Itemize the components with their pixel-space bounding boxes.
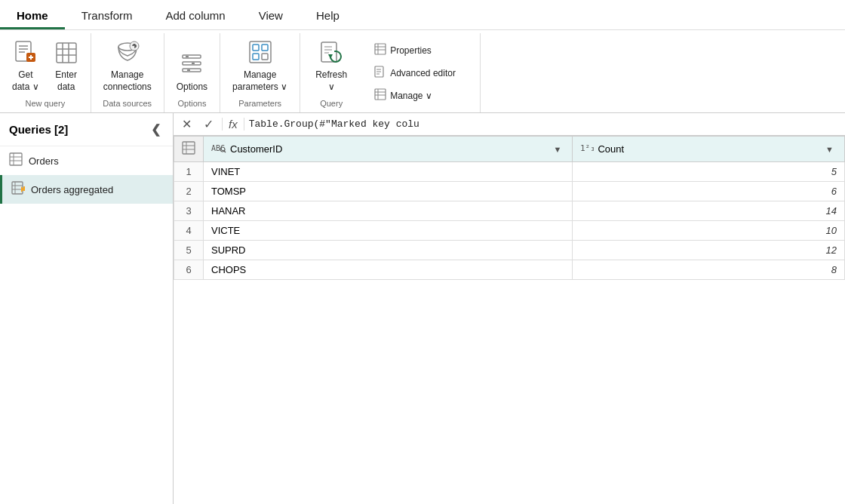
table-row: 1 VINET 5 [174, 162, 845, 182]
tab-home[interactable]: Home [0, 2, 65, 29]
svg-rect-19 [186, 56, 189, 57]
cell-count: 6 [573, 182, 845, 201]
ribbon-group-new-query: Getdata ∨ Enterdata New query [0, 33, 91, 112]
main-area: Queries [2] ❮ Orders [0, 113, 845, 504]
table-row: 5 SUPRD 12 [174, 241, 845, 260]
tab-add-column[interactable]: Add column [149, 2, 241, 29]
enter-data-icon [54, 41, 78, 68]
svg-rect-16 [183, 55, 201, 58]
manage-button[interactable]: Manage ∨ [368, 86, 462, 106]
ribbon-group-parameters-label: Parameters [226, 96, 293, 109]
get-data-icon [13, 39, 38, 68]
ribbon-group-options-items: Options [171, 36, 214, 96]
column-header-count-inner: 1²₃ Count ▼ [580, 143, 837, 155]
sidebar-item-orders-aggregated[interactable]: Orders aggregated [0, 175, 173, 204]
row-index: 4 [174, 221, 204, 241]
ribbon-group-query-label: Query [320, 96, 343, 109]
table-row: 3 HANAR 14 [174, 201, 845, 221]
cell-customerid: SUPRD [204, 241, 573, 260]
formula-fx-label: fx [222, 118, 244, 131]
properties-label: Properties [390, 45, 432, 56]
refresh-label: Refresh∨ [315, 69, 347, 93]
svg-rect-25 [253, 54, 259, 60]
orders-aggregated-icon [11, 181, 25, 198]
formula-content: Table.Group(#"Marked key colu [249, 118, 840, 130]
svg-text:ABC: ABC [211, 144, 225, 152]
svg-rect-21 [187, 69, 190, 71]
sidebar: Queries [2] ❮ Orders [0, 113, 174, 504]
manage-parameters-icon [247, 39, 273, 68]
svg-rect-44 [10, 153, 22, 165]
get-data-button[interactable]: Getdata ∨ [6, 36, 45, 96]
cell-customerid: HANAR [204, 201, 573, 221]
svg-rect-23 [253, 45, 259, 51]
options-button[interactable]: Options [171, 48, 214, 97]
count-dropdown-button[interactable]: ▼ [822, 143, 837, 155]
row-index: 5 [174, 241, 204, 260]
data-table-container[interactable]: ABC CustomerID ▼ [174, 136, 845, 504]
cell-customerid: VINET [204, 162, 573, 182]
sidebar-orders-aggregated-label: Orders aggregated [31, 184, 113, 195]
column-header-count[interactable]: 1²₃ Count ▼ [573, 137, 845, 162]
ribbon-query-side-buttons: Properties Advanced editor [359, 36, 471, 109]
ribbon-group-parameters-items: Manageparameters ∨ [226, 36, 293, 96]
ribbon-group-options: Options Options [164, 33, 220, 112]
ribbon-group-query: Refresh∨ Query Properties [300, 33, 481, 112]
ribbon-group-new-query-label: New query [6, 96, 84, 109]
enter-data-button[interactable]: Enterdata [48, 38, 84, 96]
manage-connections-label: Manageconnections [103, 69, 152, 93]
svg-rect-48 [12, 182, 23, 194]
manage-label: Manage ∨ [390, 91, 432, 101]
data-table: ABC CustomerID ▼ [174, 136, 845, 280]
tab-help[interactable]: Help [300, 2, 356, 29]
svg-rect-32 [375, 44, 386, 54]
ribbon-group-query-items: Refresh∨ [309, 36, 353, 96]
advanced-editor-label: Advanced editor [390, 68, 456, 78]
svg-text:1²₃: 1²₃ [580, 143, 594, 153]
count-column-label: Count [598, 143, 624, 155]
tab-view[interactable]: View [242, 2, 300, 29]
svg-rect-26 [262, 54, 268, 60]
ribbon-group-data-sources: Manageconnections Data sources [91, 33, 164, 112]
cell-count: 5 [573, 162, 845, 182]
properties-button[interactable]: Properties [368, 41, 462, 60]
svg-rect-7 [57, 43, 76, 63]
sidebar-collapse-button[interactable]: ❮ [148, 121, 164, 138]
options-icon [180, 51, 204, 80]
advanced-editor-button[interactable]: Advanced editor [368, 63, 462, 83]
manage-parameters-button[interactable]: Manageparameters ∨ [226, 36, 293, 96]
row-index: 3 [174, 201, 204, 221]
manage-connections-button[interactable]: Manageconnections [97, 36, 158, 96]
row-index: 1 [174, 162, 204, 182]
formula-accept-button[interactable]: ✓ [200, 115, 217, 133]
cell-customerid: CHOPS [204, 260, 573, 280]
orders-table-icon [9, 152, 23, 169]
column-header-customerid[interactable]: ABC CustomerID ▼ [204, 137, 573, 162]
tab-transform[interactable]: Transform [65, 2, 149, 29]
enter-data-label: Enterdata [55, 69, 77, 93]
manage-parameters-label: Manageparameters ∨ [232, 69, 287, 93]
options-label: Options [177, 81, 207, 94]
ribbon-group-options-label: Options [171, 96, 214, 109]
ribbon-group-data-sources-label: Data sources [97, 96, 158, 109]
properties-icon [374, 43, 386, 58]
table-row: 2 TOMSP 6 [174, 182, 845, 201]
customerid-dropdown-button[interactable]: ▼ [551, 143, 565, 155]
formula-cancel-button[interactable]: ✕ [178, 115, 195, 133]
customerid-type-icon: ABC [211, 143, 226, 155]
table-row: 4 VICTE 10 [174, 221, 845, 241]
ribbon: Getdata ∨ Enterdata New query [0, 30, 845, 113]
refresh-button[interactable]: Refresh∨ [309, 36, 353, 96]
row-index: 6 [174, 260, 204, 280]
ribbon-group-parameters: Manageparameters ∨ Parameters [220, 33, 300, 112]
ribbon-group-new-query-items: Getdata ∨ Enterdata [6, 36, 84, 96]
svg-rect-27 [321, 42, 336, 62]
manage-connections-icon [115, 39, 140, 68]
svg-rect-20 [192, 63, 195, 64]
cell-count: 12 [573, 241, 845, 260]
ribbon-group-data-sources-items: Manageconnections [97, 36, 158, 96]
sidebar-item-orders[interactable]: Orders [0, 146, 173, 175]
svg-rect-18 [183, 69, 201, 72]
svg-rect-24 [262, 45, 268, 51]
formula-bar: ✕ ✓ fx Table.Group(#"Marked key colu [174, 113, 845, 136]
